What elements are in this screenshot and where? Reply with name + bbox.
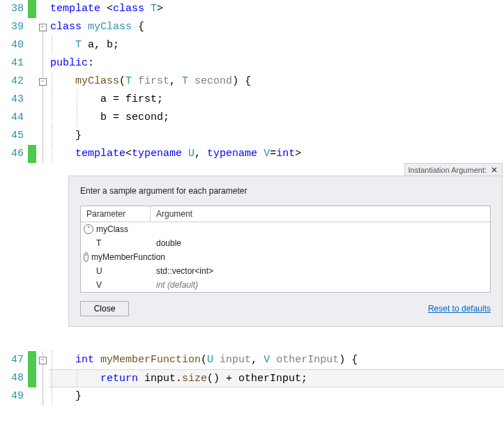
code-text[interactable]: template <class T>	[49, 0, 504, 18]
fold-toggle[interactable]: −	[39, 78, 47, 86]
fold-gutter	[36, 127, 49, 145]
change-marker	[28, 91, 36, 109]
fold-gutter: −	[36, 72, 49, 91]
grid-group-row[interactable]: ˄myClass	[81, 222, 490, 236]
fold-gutter	[36, 36, 49, 54]
line-number: 39	[0, 18, 28, 36]
change-marker	[28, 72, 36, 91]
code-text[interactable]: return input.size() + otherInput;	[49, 369, 504, 387]
column-parameter[interactable]: Parameter	[81, 206, 151, 222]
fold-gutter	[36, 91, 49, 109]
change-marker	[28, 127, 36, 145]
code-text[interactable]: myClass(T first, T second) {	[49, 72, 504, 91]
code-text[interactable]: class myClass {	[49, 18, 504, 36]
chevron-up-icon[interactable]: ˄	[84, 252, 89, 262]
line-number: 47	[0, 351, 28, 369]
grid-group-row[interactable]: ˄myMemberFunction	[81, 250, 490, 264]
code-line: 42 − myClass(T first, T second) {	[0, 72, 504, 91]
grid-child-row[interactable]: T double	[81, 236, 490, 250]
line-number: 42	[0, 72, 28, 91]
argument-cell[interactable]: std::vector<int>	[151, 266, 490, 276]
close-button[interactable]: Close	[80, 301, 129, 316]
code-text[interactable]: T a, b;	[49, 36, 504, 54]
instantiation-popup: Instantiation Argument: ✕ Enter a sample…	[68, 176, 503, 327]
argument-cell[interactable]: int (default)	[151, 280, 490, 290]
line-number: 46	[0, 145, 28, 163]
line-number: 41	[0, 54, 28, 72]
close-icon[interactable]: ✕	[489, 166, 499, 174]
change-marker	[28, 36, 36, 54]
fold-toggle[interactable]: −	[39, 357, 47, 364]
change-marker	[28, 369, 36, 387]
line-number: 48	[0, 369, 28, 387]
change-marker	[28, 145, 36, 163]
fold-gutter	[36, 145, 49, 163]
change-marker	[28, 18, 36, 36]
fold-gutter: −	[36, 351, 49, 369]
fold-gutter	[36, 387, 49, 405]
fold-gutter	[36, 369, 49, 387]
argument-cell[interactable]: double	[151, 238, 490, 248]
grid-body: ˄myClass T double ˄myMemberFunction U st…	[81, 222, 490, 292]
line-number: 45	[0, 127, 28, 145]
fold-gutter	[36, 0, 49, 18]
fold-toggle[interactable]: −	[39, 24, 47, 31]
code-text[interactable]: }	[49, 387, 504, 405]
grid-child-row[interactable]: U std::vector<int>	[81, 264, 490, 278]
code-line: 39 − class myClass {	[0, 18, 504, 36]
line-number: 49	[0, 387, 28, 405]
code-line: 43 a = first;	[0, 91, 504, 109]
code-line: 41 public:	[0, 54, 504, 72]
change-marker	[28, 387, 36, 405]
code-text[interactable]: public:	[49, 54, 504, 72]
chevron-up-icon[interactable]: ˄	[84, 224, 93, 234]
popup-titlebar[interactable]: Instantiation Argument: ✕	[404, 163, 503, 176]
code-line: 46 template<typename U, typename V=int>	[0, 145, 504, 163]
code-text[interactable]: a = first;	[49, 91, 504, 109]
change-marker	[28, 351, 36, 369]
column-argument[interactable]: Argument	[151, 206, 490, 222]
fold-gutter	[36, 109, 49, 127]
code-text[interactable]: template<typename U, typename V=int>	[49, 145, 504, 163]
code-text[interactable]: int myMemberFunction(U input, V otherInp…	[49, 351, 504, 369]
param-name: myMemberFunction	[91, 252, 165, 262]
popup-title: Instantiation Argument:	[408, 166, 487, 174]
fold-gutter	[36, 54, 49, 72]
line-number: 43	[0, 91, 28, 109]
popup-footer: Close Reset to defaults	[80, 301, 491, 316]
parameter-grid: Parameter Argument ˄myClass T double ˄my…	[80, 206, 491, 293]
code-line: 48 return input.size() + otherInput;	[0, 369, 504, 387]
code-line: 45 }	[0, 127, 504, 145]
code-line: 44 b = second;	[0, 109, 504, 127]
popup-instruction: Enter a sample argument for each paramet…	[80, 186, 491, 196]
change-marker	[28, 54, 36, 72]
grid-header: Parameter Argument	[81, 206, 490, 222]
line-number: 44	[0, 109, 28, 127]
code-text[interactable]: }	[49, 127, 504, 145]
code-line: 38 template <class T>	[0, 0, 504, 18]
reset-defaults-link[interactable]: Reset to defaults	[428, 304, 491, 314]
param-name: U	[96, 266, 102, 276]
change-marker	[28, 109, 36, 127]
fold-gutter: −	[36, 18, 49, 36]
code-line: 49 }	[0, 387, 504, 405]
param-name: V	[96, 280, 102, 290]
code-line: 40 T a, b;	[0, 36, 504, 54]
param-name: T	[96, 238, 101, 248]
change-marker	[28, 0, 36, 18]
line-number: 40	[0, 36, 28, 54]
line-number: 38	[0, 0, 28, 18]
code-text[interactable]: b = second;	[49, 109, 504, 127]
param-name: myClass	[96, 224, 128, 234]
grid-child-row[interactable]: V int (default)	[81, 278, 490, 292]
code-line: 47 − int myMemberFunction(U input, V oth…	[0, 351, 504, 369]
